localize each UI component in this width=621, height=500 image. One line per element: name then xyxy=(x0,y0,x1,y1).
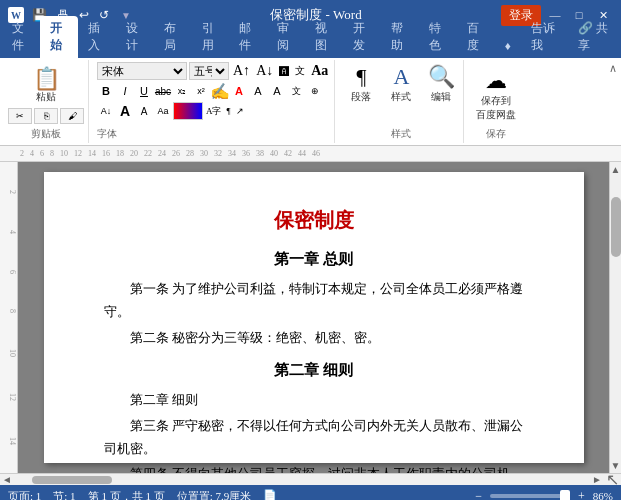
font-format-row: B I U abc x₂ x² ✍ A A A 文 ⊕ xyxy=(97,82,330,100)
small-a-button[interactable]: A xyxy=(135,102,153,120)
style-content: ¶ 段落 A 样式 🔍 编辑 xyxy=(343,62,459,127)
save-content: ☁ 保存到 百度网盘 xyxy=(472,62,520,127)
ruler-mark: 38 xyxy=(256,149,264,158)
big-a-button[interactable]: A xyxy=(116,102,134,120)
font-name-select[interactable]: 宋体 xyxy=(97,62,187,80)
font-extra-icon: A字 xyxy=(204,105,224,118)
style-button[interactable]: A 样式 xyxy=(383,62,419,106)
v-ruler-mark: 4 xyxy=(0,230,17,234)
superscript-button[interactable]: x² xyxy=(192,82,210,100)
highlight-button[interactable]: ✍ xyxy=(211,82,229,100)
ruler-mark: 30 xyxy=(200,149,208,158)
font-launcher-icon[interactable]: ↗ xyxy=(234,106,246,116)
ruler-mark: 14 xyxy=(88,149,96,158)
doc-chapter1: 第一章 总则 xyxy=(104,246,524,273)
tab-dev[interactable]: 开发 xyxy=(343,16,381,58)
ruler-mark: 2 xyxy=(20,149,24,158)
cut-button[interactable]: ✂ xyxy=(8,108,32,124)
strikethrough-button[interactable]: abc xyxy=(154,82,172,100)
scrollbar-thumb[interactable] xyxy=(611,197,621,257)
tab-mail[interactable]: 邮件 xyxy=(229,16,267,58)
doc-title: 保密制度 xyxy=(104,202,524,238)
tab-share[interactable]: 🔗 共享 xyxy=(568,16,619,58)
paste-label: 粘贴 xyxy=(36,90,56,104)
phonetic-button[interactable]: 文 xyxy=(287,82,305,100)
status-bar: 页面: 1 节: 1 第 1 页，共 1 页 位置置: 7.9厘米 📄 − + … xyxy=(0,485,621,500)
v-ruler-mark: 12 xyxy=(0,393,17,401)
scroll-left-button[interactable]: ◄ xyxy=(2,474,12,485)
wubi-icon[interactable]: 文 xyxy=(293,64,307,78)
ruler-mark: 10 xyxy=(60,149,68,158)
scroll-right-button[interactable]: ► xyxy=(592,474,602,485)
page-count-status: 第 1 页，共 1 页 xyxy=(88,489,165,501)
doc-para-3: 第二章 细则 xyxy=(104,388,524,411)
tab-home[interactable]: 开始 xyxy=(40,16,78,58)
zoom-thumb[interactable] xyxy=(560,490,570,500)
paragraph-icon: ¶ xyxy=(225,106,233,116)
ruler-mark: 18 xyxy=(116,149,124,158)
copy-button[interactable]: ⎘ xyxy=(34,108,58,124)
tab-tellme[interactable]: 告诉我 xyxy=(521,16,568,58)
tab-layout[interactable]: 布局 xyxy=(154,16,192,58)
underline-button[interactable]: U xyxy=(135,82,153,100)
tab-diamond[interactable]: ♦ xyxy=(495,35,521,58)
paragraph-button-row: ¶ 段落 A 样式 🔍 编辑 xyxy=(343,62,459,106)
char-shade-button[interactable]: A xyxy=(249,82,267,100)
tab-special[interactable]: 特色 xyxy=(419,16,457,58)
italic-button[interactable]: I xyxy=(116,82,134,100)
font-size-select[interactable]: 五号 xyxy=(189,62,229,80)
ruler-mark: 8 xyxy=(50,149,54,158)
tab-help[interactable]: 帮助 xyxy=(381,16,419,58)
zoom-in-button[interactable]: + xyxy=(578,489,585,501)
bold-button[interactable]: B xyxy=(97,82,115,100)
ruler-mark: 32 xyxy=(214,149,222,158)
save-group-label: 保存 xyxy=(486,127,506,141)
document-page[interactable]: 保密制度 第一章 总则 第一条 为了维护公司利益，特制订本规定，公司全体员工必须… xyxy=(44,172,584,463)
zoom-slider[interactable] xyxy=(490,494,570,498)
ruler-mark: 24 xyxy=(158,149,166,158)
tab-file[interactable]: 文件 xyxy=(2,16,40,58)
hscroll-thumb[interactable] xyxy=(32,476,112,484)
tab-review[interactable]: 审阅 xyxy=(267,16,305,58)
font-color-button[interactable]: A xyxy=(230,82,248,100)
ruler-mark: 34 xyxy=(228,149,236,158)
tab-baidu[interactable]: 百度 xyxy=(457,16,495,58)
clear-format-button[interactable]: 🅰 xyxy=(277,66,291,77)
format-painter-button[interactable]: 🖌 xyxy=(60,108,84,124)
ribbon-collapse-button[interactable]: ∧ xyxy=(609,62,617,75)
char-border-button[interactable]: A xyxy=(268,82,286,100)
save-baidu-button[interactable]: ☁ 保存到 百度网盘 xyxy=(472,66,520,124)
font-shrink-button[interactable]: A↓ xyxy=(254,63,275,79)
tab-view[interactable]: 视图 xyxy=(305,16,343,58)
vertical-scrollbar[interactable]: ▲ ▼ xyxy=(609,162,621,473)
subscript-button[interactable]: x₂ xyxy=(173,82,191,100)
caps-button[interactable]: Aa xyxy=(309,63,330,79)
paste-button[interactable]: 📋 粘贴 xyxy=(28,66,64,106)
doc-para-4: 第三条 严守秘密，不得以任何方式向公司内外无关人员散布、泄漏公司机密。 xyxy=(104,414,524,461)
ribbon: 📋 粘贴 ✂ ⎘ 🖌 剪贴板 宋体 五号 A xyxy=(0,58,621,146)
tab-insert[interactable]: 插入 xyxy=(78,16,116,58)
font-color2-button[interactable]: A↓ xyxy=(97,102,115,120)
ruler-mark: 44 xyxy=(298,149,306,158)
position-status: 位置置: 7.9厘米 xyxy=(177,489,252,501)
document-scroll-area[interactable]: 保密制度 第一章 总则 第一条 为了维护公司利益，特制订本规定，公司全体员工必须… xyxy=(18,162,609,473)
doc-chapter2: 第二章 细则 xyxy=(104,357,524,384)
v-ruler-mark: 10 xyxy=(0,349,17,357)
doc-para-2: 第二条 秘密分为三等级：绝密、机密、密。 xyxy=(104,326,524,349)
clipboard-content: 📋 粘贴 ✂ ⎘ 🖌 xyxy=(8,62,84,127)
doc-icon: 📄 xyxy=(263,489,277,501)
ruler-mark: 16 xyxy=(102,149,110,158)
font-grow-button[interactable]: A↑ xyxy=(231,63,252,79)
horizontal-scrollbar[interactable]: ◄ ► ↖ xyxy=(0,473,621,485)
tab-references[interactable]: 引用 xyxy=(192,16,230,58)
paragraph-style-button[interactable]: ¶ 段落 xyxy=(343,62,379,106)
aa-button[interactable]: Aa xyxy=(154,102,172,120)
ruler-mark: 12 xyxy=(74,149,82,158)
scroll-up-button[interactable]: ▲ xyxy=(609,162,621,177)
font-color-bar[interactable] xyxy=(173,102,203,120)
edit-button[interactable]: 🔍 编辑 xyxy=(423,62,459,106)
font-group: 宋体 五号 A↑ A↓ 🅰 文 Aa B I U abc x₂ x² ✍ xyxy=(93,60,335,143)
tab-design[interactable]: 设计 xyxy=(116,16,154,58)
zoom-out-button[interactable]: − xyxy=(475,489,482,501)
encircle-button[interactable]: ⊕ xyxy=(306,82,324,100)
